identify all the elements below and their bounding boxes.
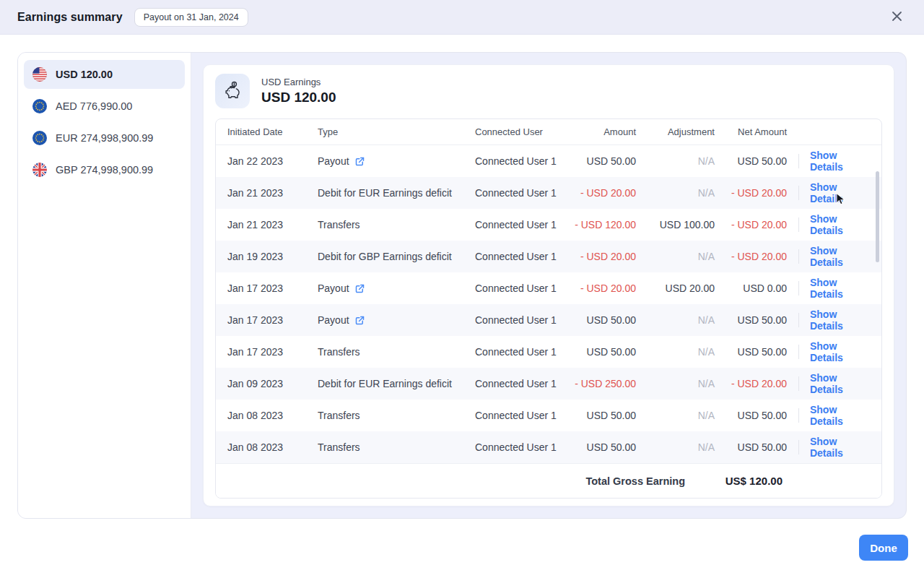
cell-divider [798,154,799,168]
panel-header: USD Earnings USD 120.00 [215,74,882,108]
cell-amount: - USD 250.00 [565,378,636,389]
cell-initiated-date: Jan 17 2023 [227,314,318,326]
cell-actions: Show Details [787,245,870,268]
show-details-link[interactable]: Show Details [810,436,870,459]
page-title: Earnings summary [17,11,123,24]
cell-amount: - USD 20.00 [565,282,636,294]
cell-initiated-date: Jan 19 2023 [227,251,318,262]
cell-adjustment: N/A [636,187,715,199]
cell-actions: Show Details [787,277,870,300]
currency-balance-label: USD 120.00 [56,69,113,80]
cell-connected-user: Connected User 1 [475,314,565,326]
currency-balance-label: AED 776,990.00 [56,100,132,112]
table-row: Jan 08 2023TransfersConnected User 1USD … [216,431,881,463]
cell-actions: Show Details [787,213,870,236]
cell-adjustment: USD 20.00 [636,282,715,294]
cell-net-amount: - USD 20.00 [715,378,787,389]
show-details-link[interactable]: Show Details [810,309,870,332]
eu-flag-icon [32,131,47,145]
total-gross-earning-value: US$ 120.00 [685,475,783,487]
cell-initiated-date: Jan 17 2023 [227,346,318,358]
cell-initiated-date: Jan 22 2023 [227,155,318,167]
cell-connected-user: Connected User 1 [475,410,565,421]
cell-net-amount: - USD 20.00 [715,219,787,230]
cell-adjustment: N/A [636,378,715,389]
cell-type: Debit for EUR Earnings deficit [318,378,475,389]
panel-subtitle: USD Earnings [261,77,336,87]
cell-adjustment: N/A [636,155,715,167]
cell-actions: Show Details [787,181,870,204]
show-details-link[interactable]: Show Details [810,181,870,204]
cell-connected-user: Connected User 1 [475,251,565,262]
cell-actions: Show Details [787,404,870,427]
cell-net-amount: - USD 20.00 [715,251,787,262]
earnings-table: Initiated Date Type Connected User Amoun… [215,118,882,499]
currency-sidebar: USD 120.00 AED 776,990.00 EUR 274,998,90… [18,53,191,518]
cell-initiated-date: Jan 09 2023 [227,378,318,389]
table-scrollbar[interactable] [876,171,879,262]
external-link-icon[interactable] [354,156,365,167]
show-details-link[interactable]: Show Details [810,245,870,268]
col-adjustment: Adjustment [636,126,715,137]
show-details-link[interactable]: Show Details [810,372,870,395]
cell-amount: USD 50.00 [565,441,636,453]
external-link-icon[interactable] [354,283,365,294]
sidebar-item-usd[interactable]: USD 120.00 [24,60,185,89]
cell-initiated-date: Jan 21 2023 [227,187,318,199]
cell-actions: Show Details [787,150,870,173]
cell-type: Payout [318,155,475,167]
col-net-amount: Net Amount [715,126,787,137]
cell-connected-user: Connected User 1 [475,378,565,389]
currency-balance-label: GBP 274,998,900.99 [56,164,153,176]
cell-divider [798,440,799,454]
table-row: Jan 21 2023Debit for EUR Earnings defici… [216,177,881,209]
sidebar-item-gbp[interactable]: GBP 274,998,900.99 [24,155,185,184]
cell-divider [798,186,799,200]
cell-net-amount: USD 50.00 [715,155,787,167]
close-icon [891,10,903,25]
cell-connected-user: Connected User 1 [475,346,565,358]
cell-connected-user: Connected User 1 [475,441,565,453]
cell-actions: Show Details [787,372,870,395]
table-row: Jan 09 2023Debit for EUR Earnings defici… [216,368,881,400]
cell-type: Transfers [318,410,475,421]
cell-net-amount: USD 50.00 [715,346,787,358]
modal-header: Earnings summary Payout on 31 Jan, 2024 [0,0,924,35]
cell-amount: USD 50.00 [565,314,636,326]
sidebar-item-aed[interactable]: AED 776,990.00 [24,92,185,121]
eu-flag-icon [32,99,47,113]
cell-connected-user: Connected User 1 [475,187,565,199]
cell-actions: Show Details [787,340,870,363]
show-details-link[interactable]: Show Details [810,404,870,427]
cell-type: Debit for EUR Earnings deficit [318,187,475,199]
show-details-link[interactable]: Show Details [810,277,870,300]
cell-amount: - USD 120.00 [565,219,636,230]
cell-type: Payout [318,314,475,326]
cell-connected-user: Connected User 1 [475,219,565,230]
table-row: Jan 17 2023TransfersConnected User 1USD … [216,336,881,368]
sidebar-item-eur[interactable]: EUR 274,998,900.99 [24,124,185,152]
cell-adjustment: N/A [636,346,715,358]
gb-flag-icon [32,163,47,177]
cell-net-amount: USD 0.00 [715,282,787,294]
piggy-bank-icon [215,74,250,108]
external-link-icon[interactable] [354,315,365,326]
table-row: Jan 17 2023Payout Connected User 1- USD … [216,272,881,304]
cell-divider [798,376,799,391]
cell-net-amount: USD 50.00 [715,314,787,326]
table-footer-row: Total Gross Earning US$ 120.00 [216,463,881,498]
cell-initiated-date: Jan 08 2023 [227,441,318,453]
show-details-link[interactable]: Show Details [810,213,870,236]
cell-actions: Show Details [787,436,870,459]
cell-amount: - USD 20.00 [565,187,636,199]
cell-net-amount: - USD 20.00 [715,187,787,199]
show-details-link[interactable]: Show Details [810,340,870,363]
show-details-link[interactable]: Show Details [810,150,870,173]
done-button[interactable]: Done [859,535,908,561]
cell-amount: USD 50.00 [565,346,636,358]
cell-initiated-date: Jan 21 2023 [227,219,318,230]
currency-balance-label: EUR 274,998,900.99 [56,132,153,144]
cell-adjustment: USD 100.00 [636,219,715,230]
close-button[interactable] [886,7,907,27]
panel-amount: USD 120.00 [261,90,336,105]
